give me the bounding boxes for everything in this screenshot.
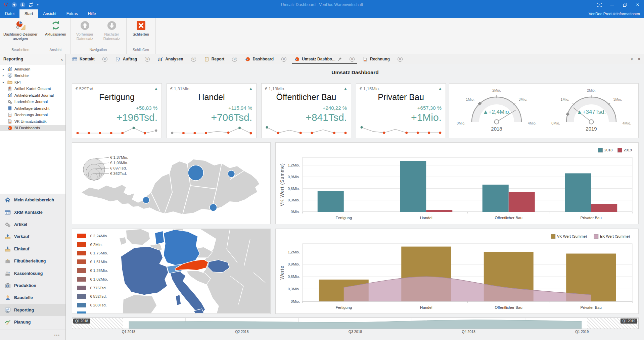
sidebar-item-label: Kassenlösung (14, 271, 43, 276)
tree-item-vk-umsatzstatistik[interactable]: VK Umsatzstatistik (0, 118, 65, 125)
gauge-year: 2018 (491, 126, 502, 132)
legend-item (77, 309, 108, 314)
sidebar-item-verkauf[interactable]: Verkauf (0, 231, 65, 243)
legend-label: € 532Tsd. (90, 294, 107, 298)
tab-dashboard[interactable]: Dashboard✕ (241, 54, 290, 64)
svg-text:2018: 2018 (604, 148, 612, 152)
menu-item-extras[interactable]: Extras (61, 9, 83, 18)
minimize-button[interactable] (606, 0, 618, 9)
tree-item-artikel-kartei-gesamt[interactable]: Artikel Kartei Gesamt (0, 86, 65, 92)
sidebar-item-mein-arbeitsbereich[interactable]: Mein Arbeitsbereich (0, 194, 65, 206)
tab-rechnung[interactable]: Rechnung✕ (359, 54, 407, 64)
sidebar-collapse-icon[interactable]: ‹ (61, 56, 63, 62)
bar-2018 (400, 161, 426, 212)
sidebar-item-label: Verkauf (14, 234, 29, 239)
refresh-big-icon (50, 20, 61, 31)
tab-kontakt[interactable]: Kontakt✕ (68, 54, 111, 64)
tree-item-artikeldrehzahl-journal[interactable]: Artikeldrehzahl Journal (0, 92, 65, 99)
dashboard-content: Umsatz Dashboard € 529Tsd.▲Fertigung+58,… (66, 64, 644, 340)
menu-item-start[interactable]: Start (19, 9, 38, 18)
kpi-sparkline (360, 124, 442, 136)
reporting-tree: ▸Analysen▸Berichte▸KPIArtikel Kartei Ges… (0, 64, 65, 131)
legend-label: € 288Tsd. (90, 303, 107, 307)
close-window-button[interactable]: ✕ (631, 0, 644, 9)
sidebar-item-einkauf[interactable]: Einkauf (0, 243, 65, 255)
kpi-delta: +1Mio. (411, 112, 442, 123)
tab-close-icon[interactable]: ✕ (350, 57, 355, 62)
tab-auftrag[interactable]: Auftrag✕ (111, 54, 154, 64)
expand-arrow-icon[interactable]: ▸ (3, 74, 7, 77)
legend-item: € 1,26Mio. (77, 266, 108, 275)
tree-item-kpi[interactable]: ▸KPI (0, 79, 65, 86)
menu-item-datei[interactable]: Datei (0, 9, 19, 18)
ribbon-button-refresh-big[interactable]: Aktualisieren (43, 19, 69, 37)
svg-text:Handel: Handel (420, 216, 432, 220)
legend-item: € 1,75Mio. (77, 249, 108, 258)
ribbon-button-close-red[interactable]: Schließen (128, 19, 154, 37)
legend-item: € 2Mio. (77, 240, 108, 249)
quick-access-refresh-button[interactable] (28, 2, 34, 8)
tab-umsatz-dashbo-[interactable]: Umsatz Dashbo...✕ (290, 54, 359, 64)
legend-item: € 532Tsd. (77, 292, 108, 301)
tab-analysen[interactable]: Analysen✕ (154, 54, 200, 64)
tab-report[interactable]: Report✕ (200, 54, 241, 64)
quick-access-down-button[interactable] (19, 2, 26, 8)
tab-close-icon[interactable]: ✕ (638, 57, 641, 61)
tree-item-artikellager-bersicht[interactable]: Artikellagerübersicht (0, 105, 65, 112)
quick-access-dropdown-icon[interactable]: ▾ (37, 3, 39, 6)
gauge-chart: 0Mio.1Mio.2Mio.3Mio.4Mio.▲+2,4Mio.2018 (453, 87, 540, 136)
sidebar-item-fibu-berleitung[interactable]: €Fibuüberleitung (0, 255, 65, 267)
svg-text:2Mio.: 2Mio. (492, 88, 501, 92)
tree-item-rechnungs-journal[interactable]: Rechnungs Journal (0, 112, 65, 118)
sidebar-item-kassenl-sung[interactable]: Kassenlösung (0, 267, 65, 279)
sidebar-overflow-button[interactable]: ••• (0, 330, 65, 340)
legend-swatch (77, 268, 86, 273)
tab-close-icon[interactable]: ✕ (145, 57, 150, 62)
sidebar-item-produktion[interactable]: Produktion (0, 280, 65, 292)
sidebar-item-artikel[interactable]: Artikel (0, 218, 65, 231)
map-bubble (210, 204, 217, 211)
menu-item-hilfe[interactable]: Hilfe (83, 9, 101, 18)
next-circle-icon (106, 20, 117, 31)
menu-item-ansicht[interactable]: Ansicht (38, 9, 61, 18)
kpi-sparkline (76, 124, 158, 136)
gauge-panel: 0Mio.1Mio.2Mio.3Mio.4Mio.▲+2,4Mio.20180M… (449, 83, 639, 138)
trend-up-icon: ▲ (154, 86, 158, 91)
trend-up-icon: ▲ (249, 86, 253, 91)
svg-text:VK Wert (Summe): VK Wert (Summe) (557, 234, 587, 238)
legend-swatch (77, 303, 86, 307)
tab-close-icon[interactable]: ✕ (102, 57, 107, 62)
ribbon-button-designer[interactable]: Dashboard-Designer anzeigen (1, 19, 40, 41)
product-info-link[interactable]: VenDoc Produktinformationen (589, 9, 644, 18)
order-icon (116, 57, 121, 62)
analyses-icon (158, 57, 163, 62)
tree-item-ladenh-ter-journal[interactable]: Ladenhüter Journal (0, 99, 65, 105)
fullscreen-button[interactable] (593, 0, 606, 9)
tab-close-icon[interactable]: ✕ (398, 57, 403, 62)
bar-2018 (482, 185, 509, 212)
tab-close-icon[interactable]: ✕ (191, 57, 196, 62)
sidebar-item-xrm-kontakte[interactable]: XRM Kontakte (0, 206, 65, 218)
tree-item-analysen[interactable]: ▸Analysen (0, 66, 65, 72)
sell-icon (5, 234, 11, 240)
tree-item-bi-dashboards[interactable]: BI Dashboards (0, 125, 65, 132)
sidebar-item-baustelle[interactable]: Baustelle (0, 292, 65, 304)
pin-icon[interactable] (338, 57, 342, 61)
timeline-start-badge[interactable]: Q1 2018 (73, 319, 90, 324)
tree-item-berichte[interactable]: ▸Berichte (0, 72, 65, 79)
tab-close-icon[interactable]: ✕ (232, 57, 237, 62)
bar-2018 (318, 191, 344, 212)
module-nav: Mein ArbeitsbereichXRM KontakteArtikelVe… (0, 194, 65, 340)
restore-button[interactable] (618, 0, 631, 9)
expand-arrow-icon[interactable]: ▸ (3, 81, 7, 84)
tab-label: Auftrag (123, 57, 137, 61)
timeline-range-selector[interactable]: Q1 2018 Q1 2019 Q1 2018Q2 2018Q3 2018Q4 … (72, 318, 639, 334)
legend-label: € 1,75Mio. (90, 251, 108, 255)
quick-access-up-button[interactable] (11, 2, 17, 8)
timeline-end-badge[interactable]: Q1 2019 (620, 319, 637, 324)
expand-arrow-icon[interactable]: ▸ (3, 67, 7, 71)
tab-list-dropdown-icon[interactable]: ▾ (631, 57, 633, 61)
sidebar-item-planung[interactable]: Planung (0, 316, 65, 328)
tab-close-icon[interactable]: ✕ (281, 57, 286, 62)
sidebar-item-reporting[interactable]: Reporting (0, 304, 65, 316)
